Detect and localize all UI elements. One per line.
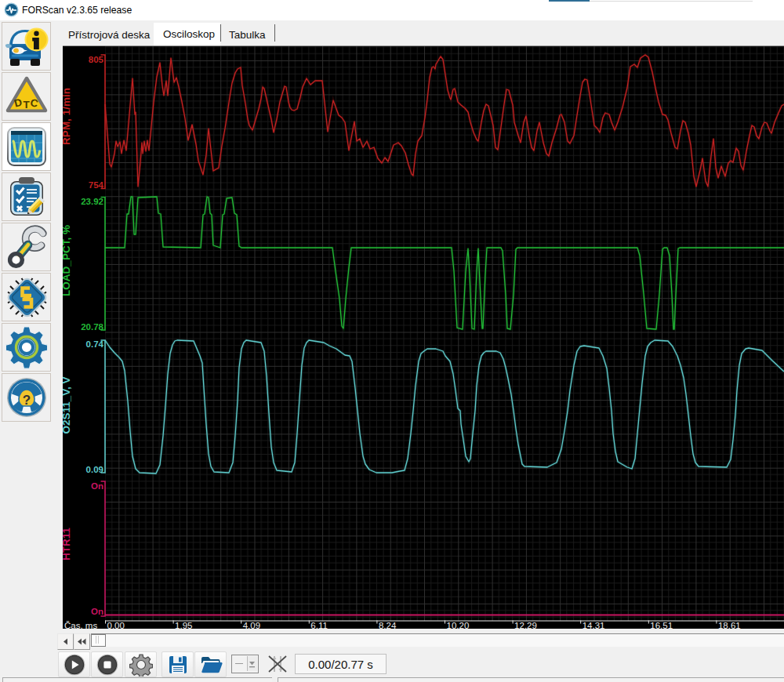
svg-text:LOAD_PCT, %: LOAD_PCT, % — [63, 225, 72, 296]
svg-text:8.24: 8.24 — [379, 621, 397, 629]
svg-text:20.78: 20.78 — [81, 322, 103, 332]
svg-text:0.00: 0.00 — [107, 621, 125, 629]
svg-text:805: 805 — [89, 55, 104, 64]
svg-text:1.95: 1.95 — [175, 621, 192, 629]
svg-text:Čas, ms: Čas, ms — [64, 621, 97, 629]
svg-text:On: On — [91, 481, 103, 491]
svg-text:10.20: 10.20 — [447, 621, 470, 629]
svg-text:4.09: 4.09 — [243, 621, 260, 629]
svg-text:0.09: 0.09 — [86, 465, 103, 474]
svg-text:HTR11: HTR11 — [63, 528, 72, 561]
svg-text:6.11: 6.11 — [310, 621, 328, 629]
svg-text:12.29: 12.29 — [514, 621, 537, 629]
svg-text:14.31: 14.31 — [583, 621, 605, 629]
svg-text:18.61: 18.61 — [718, 621, 741, 629]
svg-text:?: ? — [22, 393, 30, 408]
svg-text:23.92: 23.92 — [81, 197, 103, 206]
svg-text:0.74: 0.74 — [86, 339, 104, 349]
svg-text:16.51: 16.51 — [650, 621, 673, 629]
svg-text:RPM, 1/min: RPM, 1/min — [63, 88, 72, 145]
svg-text:754: 754 — [89, 180, 104, 190]
svg-text:On: On — [91, 607, 103, 616]
svg-text:O2S11_V, V: O2S11_V, V — [63, 376, 72, 434]
